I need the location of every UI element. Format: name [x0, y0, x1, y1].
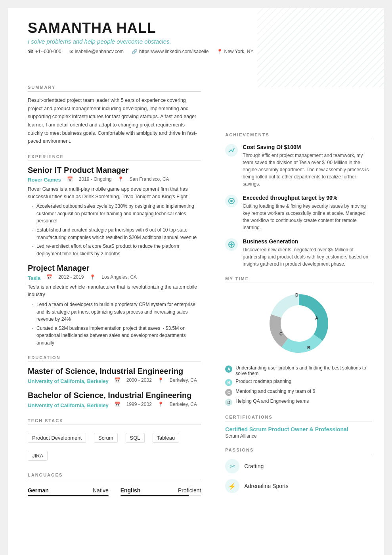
school-1: University of California, Berkeley [28, 402, 109, 408]
achievement-title-2: Business Generation [243, 238, 372, 245]
degree-1: Bachelor of Science, Industrial Engineer… [28, 391, 201, 400]
location-icon-edu-1: 📍 [158, 402, 164, 407]
achievement-title-0: Cost Saving Of $100M [243, 144, 372, 150]
edu-block-1: Bachelor of Science, Industrial Engineer… [28, 391, 201, 410]
edu-dates-0: 2000 - 2002 [126, 377, 152, 383]
job-meta-1: 📅 2012 - 2019 📍 Los Angeles, CA [46, 274, 137, 280]
degree-0: Master of Science, Industrial Engineerin… [28, 367, 201, 376]
job-bullets-1: Lead a team of developers to build a pro… [28, 301, 201, 347]
passion-label-0: Crafting [244, 463, 264, 469]
svg-text:A: A [315, 316, 318, 320]
cert-title-0: Certified Scrum Product Owner & Professi… [225, 426, 372, 433]
lang-level-1: Proficient [178, 487, 201, 494]
legend-c: C Mentoring and coaching my team of 6 [225, 388, 372, 396]
languages-label: LANGUAGES [28, 473, 201, 479]
languages-row: German Native English Proficient [28, 484, 201, 500]
achievement-content-2: Business Generation Discovered new clien… [243, 238, 372, 268]
language-1: English Proficient [120, 487, 201, 496]
job-block-0: Senior IT Product Manager Rover Games 📅 … [28, 166, 201, 258]
school-0: University of California, Berkeley [28, 378, 109, 384]
passion-1: ⚡ Adrenaline Sports [225, 479, 372, 493]
lang-level-0: Native [93, 487, 109, 494]
phone-value: +1--000-000 [35, 49, 61, 54]
job-title-0: Senior IT Product Manager [28, 166, 201, 175]
lang-bar-fill-0 [28, 495, 109, 496]
bullet-0-2: Led re-architect effort of a core SaaS p… [32, 243, 201, 257]
legend-text-b: Product roadmap planning [235, 379, 291, 384]
svg-text:B: B [307, 345, 310, 350]
time-legend: A Understanding user problems and findin… [225, 365, 372, 406]
svg-point-1 [230, 200, 233, 202]
cert-0: Certified Scrum Product Owner & Professi… [225, 426, 372, 439]
calendar-icon-0: 📅 [67, 176, 73, 182]
svg-text:C: C [279, 331, 283, 336]
location-contact: 📍 New York, NY [217, 49, 254, 54]
tech-1: Scrum [94, 433, 118, 443]
bullet-1-1: Curated a $2M business implementation pr… [32, 325, 201, 347]
location-icon-edu-0: 📍 [158, 377, 164, 383]
location-value: New York, NY [224, 49, 254, 54]
legend-dot-b: B [225, 379, 232, 386]
certifications-label: CERTIFICATIONS [225, 415, 372, 421]
achievement-text-1: Cutting loading time & fixing key securi… [243, 203, 372, 231]
left-column: SUMMARY Result-orientated project team l… [8, 60, 213, 555]
job-desc-0: Rover Games is a multi-play mobile game … [28, 186, 201, 201]
phone-icon: ☎ [28, 49, 34, 54]
legend-text-d: Helping QA and Engneering teams [235, 398, 309, 404]
achievement-content-0: Cost Saving Of $100M Through efficient p… [243, 144, 372, 188]
email-contact: ✉ isabelle@enhancv.com [69, 49, 124, 54]
language-0: German Native [28, 487, 109, 496]
passion-label-1: Adrenaline Sports [244, 483, 288, 489]
experience-label: EXPERIENCE [28, 154, 201, 161]
lang-bar-bg-1 [120, 495, 201, 496]
tech-4: JIRA [28, 451, 48, 461]
achievement-0: Cost Saving Of $100M Through efficient p… [225, 144, 372, 188]
edu-block-0: Master of Science, Industrial Engineerin… [28, 367, 201, 385]
achievements-label: ACHIEVEMENTS [225, 132, 372, 139]
link-icon: 🔗 [132, 49, 138, 54]
calendar-icon-edu-0: 📅 [115, 377, 120, 383]
job-meta-0: 📅 2019 - Ongoing 📍 San Francisco, CA [67, 176, 169, 182]
job-location-1: Los Angeles, CA [101, 274, 137, 280]
achievement-text-0: Through efficient project management and… [243, 152, 372, 188]
job-title-1: Project Manager [28, 264, 201, 273]
legend-dot-c: C [225, 389, 232, 396]
tech-2: SQL [126, 433, 145, 443]
passion-0: ✂ Crafting [225, 459, 372, 473]
passions-label: PASSIONS [225, 448, 372, 454]
bullet-0-0: Accelerated outbound sales cycle by 330%… [32, 203, 201, 225]
achievement-icon-2 [225, 238, 238, 251]
dates-0: 2019 - Ongoing [79, 176, 112, 182]
location-icon-1: 📍 [90, 274, 96, 280]
lang-name-0: German [28, 487, 49, 494]
passion-icon-0: ✂ [225, 459, 239, 473]
achievement-icon-0 [225, 144, 238, 157]
achievement-1: Exceeded throughput target by 90% Cuttin… [225, 195, 372, 231]
right-column: ACHIEVEMENTS Cost Saving Of $100M Throug… [213, 60, 384, 555]
linkedin-value: https://www.linkedin.com/isabelle [139, 49, 208, 54]
main-content: SUMMARY Result-orientated project team l… [8, 60, 384, 555]
lang-bar-bg-0 [28, 495, 109, 496]
edu-meta-1: 📅 1999 - 2002 📍 Berkeley, CA [115, 402, 197, 407]
donut-chart: A B C D [225, 288, 372, 359]
cert-org-0: Scrum Alliance [225, 433, 372, 439]
company-1: Tesla [28, 275, 40, 281]
legend-d: D Helping QA and Engneering teams [225, 398, 372, 406]
tech-stack-label: TECH STACK [28, 418, 201, 425]
header: SAMANTHA HALL I solve problems and help … [8, 8, 384, 60]
edu-dates-1: 1999 - 2002 [126, 402, 152, 407]
legend-b: B Product roadmap planning [225, 379, 372, 386]
tagline: I solve problems and help people overcom… [28, 38, 372, 45]
my-time-label: MY TIME [225, 276, 372, 283]
candidate-name: SAMANTHA HALL [28, 20, 372, 36]
svg-text:D: D [295, 293, 298, 297]
job-desc-1: Tesla is an electric vehicle manufacture… [28, 283, 201, 299]
location-icon-0: 📍 [118, 176, 124, 182]
legend-dot-a: A [225, 366, 232, 373]
company-0: Rover Games [28, 177, 61, 183]
job-location-0: San Francisco, CA [130, 176, 169, 182]
achievement-2: Business Generation Discovered new clien… [225, 238, 372, 268]
legend-a: A Understanding user problems and findin… [225, 365, 372, 376]
edu-location-1: Berkeley, CA [170, 402, 197, 407]
achievement-icon-1 [225, 195, 238, 207]
